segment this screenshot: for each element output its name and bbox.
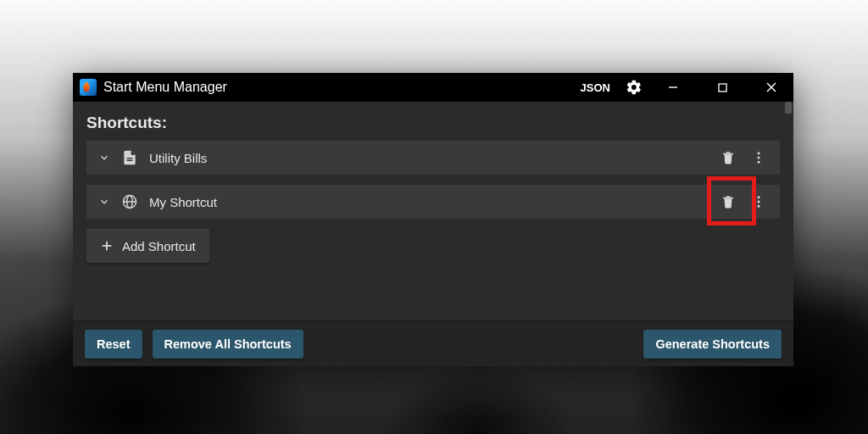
- svg-point-8: [758, 161, 760, 164]
- shortcut-row[interactable]: Utility Bills: [86, 141, 780, 175]
- window-body: Shortcuts: Utility Bills: [73, 102, 793, 320]
- app-icon: [80, 79, 97, 96]
- section-heading: Shortcuts:: [86, 114, 780, 132]
- settings-button[interactable]: [626, 79, 643, 96]
- svg-point-12: [758, 196, 760, 198]
- json-button[interactable]: JSON: [577, 80, 614, 96]
- scrollbar[interactable]: [785, 102, 792, 114]
- more-vertical-icon: [751, 194, 766, 209]
- trash-icon: [721, 194, 736, 209]
- globe-icon: [120, 192, 139, 211]
- delete-shortcut-button[interactable]: [715, 145, 741, 170]
- trash-icon: [721, 150, 736, 165]
- minimize-icon: [668, 82, 678, 92]
- svg-point-7: [758, 157, 760, 159]
- reset-button[interactable]: Reset: [85, 330, 142, 359]
- more-vertical-icon: [751, 150, 766, 165]
- remove-all-button[interactable]: Remove All Shortcuts: [153, 330, 303, 359]
- chevron-down-icon: [98, 196, 110, 208]
- footer: Reset Remove All Shortcuts Generate Shor…: [73, 320, 793, 366]
- more-options-button[interactable]: [746, 189, 771, 214]
- chevron-down-icon: [98, 152, 110, 164]
- gear-icon: [626, 79, 643, 96]
- more-options-button[interactable]: [746, 145, 771, 170]
- expand-toggle[interactable]: [97, 194, 112, 209]
- svg-rect-1: [719, 84, 726, 92]
- svg-point-6: [758, 152, 760, 154]
- shortcut-row[interactable]: My Shortcut: [86, 185, 780, 219]
- plus-icon: [100, 239, 114, 253]
- svg-point-13: [758, 201, 760, 203]
- shortcut-label: My Shortcut: [149, 195, 715, 209]
- generate-button[interactable]: Generate Shortcuts: [643, 330, 782, 359]
- app-window: Start Menu Manager JSON Shortcuts:: [73, 73, 793, 366]
- svg-point-14: [758, 205, 760, 208]
- close-icon: [766, 82, 776, 92]
- delete-shortcut-button[interactable]: [715, 189, 741, 214]
- expand-toggle[interactable]: [97, 150, 112, 165]
- titlebar: Start Menu Manager JSON: [73, 73, 793, 102]
- add-shortcut-button[interactable]: Add Shortcut: [86, 229, 209, 263]
- close-button[interactable]: [753, 73, 790, 102]
- minimize-button[interactable]: [654, 73, 692, 102]
- window-title: Start Menu Manager: [103, 80, 227, 95]
- document-icon: [120, 148, 139, 167]
- maximize-button[interactable]: [704, 73, 741, 102]
- shortcut-label: Utility Bills: [149, 151, 715, 165]
- maximize-icon: [718, 83, 727, 92]
- add-shortcut-label: Add Shortcut: [122, 239, 196, 253]
